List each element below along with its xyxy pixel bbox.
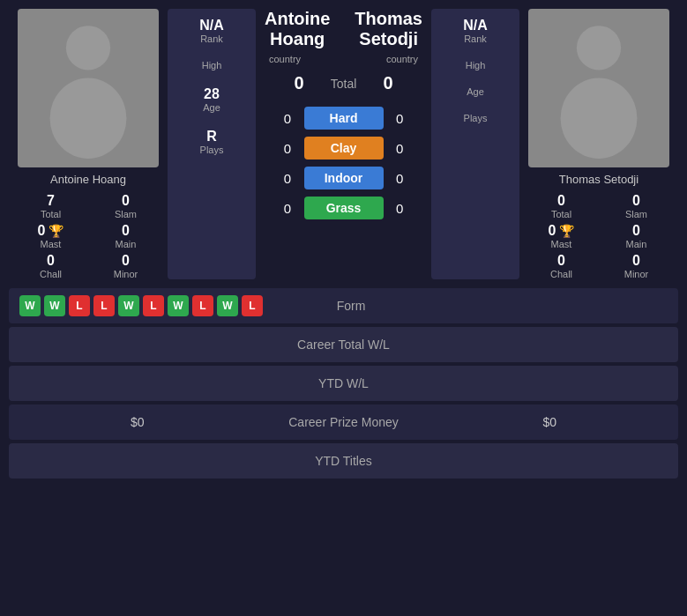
svg-point-0: [66, 26, 110, 70]
right-trophy-icon: 🏆: [559, 224, 574, 238]
left-chall-value: 0: [18, 253, 84, 269]
clay-score-left: 0: [265, 141, 291, 156]
right-minor-stat: 0 Minor: [603, 253, 669, 279]
right-player-avatar: [528, 9, 669, 167]
form-badge-3: L: [93, 295, 115, 316]
grass-score-right: 0: [396, 201, 422, 216]
left-plays-value: R: [200, 129, 224, 145]
right-slam-stat: 0 Slam: [603, 193, 669, 219]
total-label: Total: [317, 77, 370, 91]
left-plays-label: Plays: [200, 145, 224, 155]
player-headers: AntoineHoang ThomasSetodji: [265, 9, 422, 49]
left-trophy-row: 0 🏆: [18, 223, 84, 239]
right-total-value: 0: [528, 193, 594, 209]
form-badge-8: W: [217, 295, 238, 316]
right-slam-label: Slam: [603, 209, 669, 219]
left-player-header: AntoineHoang: [265, 9, 330, 49]
ytd-wl-label: YTD W/L: [318, 376, 369, 390]
right-minor-label: Minor: [603, 269, 669, 279]
right-player-card: Thomas Setodji 0 Total 0 Slam 0 🏆 Mast: [519, 9, 678, 279]
indoor-row: 0 Indoor 0: [265, 167, 422, 189]
right-main-label: Main: [603, 239, 669, 249]
left-age-label: Age: [203, 102, 220, 113]
ytd-titles-row: YTD Titles: [9, 443, 678, 479]
left-slam-stat: 0 Slam: [93, 193, 159, 219]
left-country-flag: country: [269, 54, 301, 64]
total-score-left: 0: [269, 73, 304, 93]
total-score-right: 0: [384, 73, 419, 93]
form-badge-4: W: [118, 295, 139, 316]
right-country-flag: country: [386, 54, 418, 64]
indoor-score-left: 0: [265, 171, 291, 186]
hard-score-right: 0: [396, 111, 422, 126]
left-main-stat: 0 Main: [93, 223, 159, 249]
grass-score-left: 0: [265, 201, 291, 216]
ytd-wl-row: YTD W/L: [9, 366, 678, 401]
indoor-label-container: Indoor: [298, 167, 389, 189]
clay-label-container: Clay: [298, 137, 389, 160]
right-total-label: Total: [528, 209, 594, 219]
form-badge-9: L: [242, 295, 263, 316]
hard-label-container: Hard: [298, 107, 389, 130]
right-chall-value: 0: [528, 253, 594, 269]
svg-point-3: [561, 78, 638, 159]
right-player-stats: 0 Total 0 Slam 0 🏆 Mast 0 Main: [519, 193, 678, 279]
right-minor-value: 0: [603, 253, 669, 269]
right-main-value: 0: [603, 223, 669, 239]
hard-score-left: 0: [265, 111, 291, 126]
left-plays-block: R Plays: [200, 129, 224, 155]
left-rank-label: Rank: [199, 33, 224, 44]
right-rank-block: N/A Rank: [463, 18, 488, 44]
left-high-label: High: [202, 60, 222, 71]
form-badge-0: W: [19, 295, 41, 316]
career-wl-label: Career Total W/L: [297, 338, 390, 352]
right-age-label: Age: [467, 86, 484, 97]
career-wl-row: Career Total W/L: [9, 327, 678, 362]
left-minor-stat: 0 Minor: [93, 253, 159, 279]
left-age-block: 28 Age: [203, 86, 220, 113]
right-plays-block: Plays: [464, 113, 488, 123]
hard-btn[interactable]: Hard: [304, 107, 384, 130]
main-container: Antoine Hoang 7 Total 0 Slam 0 🏆 Mast: [0, 0, 687, 491]
form-badge-2: L: [69, 295, 90, 316]
left-minor-value: 0: [93, 253, 159, 269]
indoor-btn[interactable]: Indoor: [304, 167, 384, 189]
right-plays-label: Plays: [464, 113, 488, 123]
right-player-header: ThomasSetodji: [355, 9, 422, 49]
left-rank-block: N/A Rank: [199, 18, 224, 44]
grass-label-container: Grass: [298, 197, 389, 219]
left-main-value: 0: [93, 223, 159, 239]
svg-point-1: [50, 78, 127, 159]
total-row: 0 Total 0: [265, 73, 422, 93]
career-prize-row: $0 Career Prize Money $0: [9, 404, 678, 440]
right-middle-stats: N/A Rank High Age Plays: [431, 9, 519, 279]
right-prize-value: $0: [432, 415, 668, 429]
comparison-section: Antoine Hoang 7 Total 0 Slam 0 🏆 Mast: [9, 9, 678, 279]
left-total-value: 7: [18, 193, 84, 209]
grass-btn[interactable]: Grass: [304, 197, 384, 219]
form-badge-6: W: [168, 295, 189, 316]
prize-label: Career Prize Money: [256, 415, 432, 429]
form-section: WWLLWLWLWL Form: [9, 288, 678, 323]
center-section: AntoineHoang ThomasSetodji country count…: [256, 9, 431, 279]
clay-btn[interactable]: Clay: [304, 137, 384, 160]
left-chall-stat: 0 Chall: [18, 253, 84, 279]
right-rank-value: N/A: [463, 18, 488, 33]
left-chall-label: Chall: [18, 269, 84, 279]
right-main-stat: 0 Main: [603, 223, 669, 249]
ytd-titles-label: YTD Titles: [315, 454, 372, 468]
left-high-block: High: [202, 60, 222, 71]
left-mast-label: Mast: [18, 239, 84, 249]
left-mast-value: 0: [38, 223, 46, 239]
left-player-card: Antoine Hoang 7 Total 0 Slam 0 🏆 Mast: [9, 9, 168, 279]
left-slam-value: 0: [93, 193, 159, 209]
right-chall-stat: 0 Chall: [528, 253, 594, 279]
left-main-label: Main: [93, 239, 159, 249]
left-slam-label: Slam: [93, 209, 159, 219]
clay-row: 0 Clay 0: [265, 137, 422, 160]
left-trophy-icon: 🏆: [49, 224, 63, 238]
left-prize-value: $0: [19, 415, 256, 429]
hard-row: 0 Hard 0: [265, 107, 422, 130]
form-badge-5: L: [143, 295, 164, 316]
right-mast-label: Mast: [528, 239, 594, 249]
